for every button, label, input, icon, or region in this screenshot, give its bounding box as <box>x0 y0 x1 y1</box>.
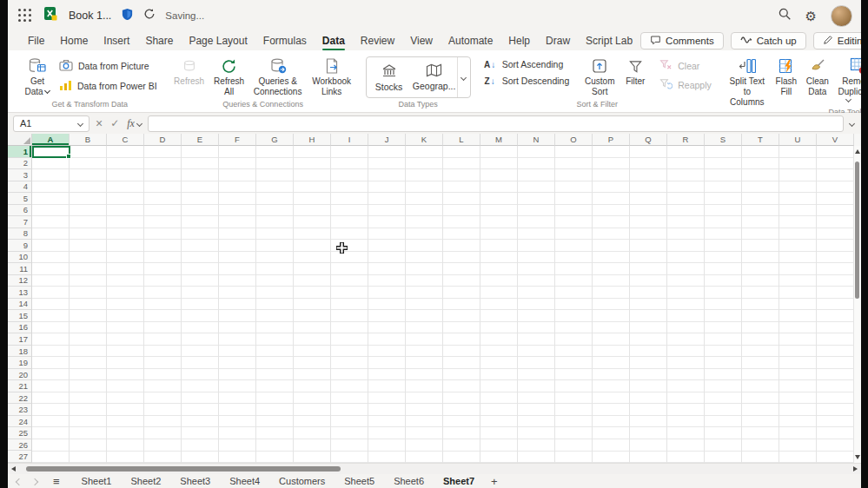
horizontal-scrollbar[interactable] <box>8 463 861 474</box>
menu-tab[interactable]: View <box>402 32 441 49</box>
queries-and-connections-button[interactable]: Queries & Connections <box>249 55 307 98</box>
sheet-tab[interactable]: Customers <box>269 476 335 486</box>
column-header[interactable]: K <box>406 134 443 146</box>
column-header[interactable]: A <box>32 134 70 146</box>
row-header[interactable]: 8 <box>8 228 32 241</box>
row-header[interactable]: 17 <box>8 333 32 346</box>
column-header[interactable]: O <box>555 134 593 146</box>
ribbon-collapse-button[interactable] <box>846 91 851 107</box>
column-header[interactable]: R <box>667 134 705 146</box>
row-header[interactable]: 12 <box>8 275 32 287</box>
data-types-gallery-dropdown[interactable] <box>457 57 470 97</box>
clean-data-button[interactable]: Clean Data <box>802 55 833 98</box>
column-header[interactable]: I <box>331 134 368 146</box>
menu-tab[interactable]: File <box>20 32 52 49</box>
row-header[interactable]: 26 <box>8 439 32 452</box>
row-header[interactable]: 10 <box>8 252 32 264</box>
column-header[interactable]: S <box>705 134 742 146</box>
row-header[interactable]: 20 <box>8 369 32 381</box>
sheet-tab[interactable]: Sheet6 <box>384 476 434 486</box>
add-sheet-button[interactable]: + <box>484 475 505 488</box>
filter-button[interactable]: Filter <box>620 55 651 88</box>
menu-tab[interactable]: Insert <box>96 32 137 49</box>
sort-ascending-button[interactable]: A↓ Sort Ascending <box>480 58 573 70</box>
row-header[interactable]: 24 <box>8 416 32 428</box>
menu-tab[interactable]: Script Lab <box>578 32 640 49</box>
sheet-tab[interactable]: Sheet1 <box>72 476 122 486</box>
row-header[interactable]: 2 <box>8 158 32 170</box>
flash-fill-button[interactable]: Flash Fill <box>771 55 802 98</box>
editing-mode-button[interactable]: Editing <box>813 32 868 49</box>
menu-tab[interactable]: Automate <box>441 32 500 49</box>
workbook-links-button[interactable]: Workbook Links <box>307 55 357 98</box>
get-data-button[interactable]: GetData <box>19 55 56 98</box>
column-header[interactable]: J <box>368 134 406 146</box>
custom-sort-button[interactable]: Custom Sort <box>580 55 620 98</box>
scroll-left-arrow-icon[interactable] <box>11 466 16 472</box>
column-header[interactable]: Q <box>630 134 667 146</box>
data-from-power-bi-button[interactable]: Data from Power BI <box>56 78 161 94</box>
column-header[interactable]: T <box>742 134 779 146</box>
menu-tab[interactable]: Home <box>52 32 96 49</box>
stocks-button[interactable]: Stocks <box>367 57 412 97</box>
row-header[interactable]: 7 <box>8 216 32 228</box>
menu-tab[interactable]: Draw <box>538 32 578 49</box>
scroll-right-arrow-icon[interactable] <box>853 466 858 472</box>
sheet-tab[interactable]: Sheet2 <box>121 476 170 486</box>
row-header[interactable]: 25 <box>8 427 32 439</box>
row-header[interactable]: 6 <box>8 205 32 217</box>
row-header[interactable]: 21 <box>8 380 32 392</box>
document-title[interactable]: Book 1... <box>69 10 111 22</box>
row-header[interactable]: 1 <box>8 146 32 158</box>
select-all-corner[interactable] <box>8 134 32 146</box>
column-header[interactable]: H <box>294 134 331 146</box>
cells-area[interactable] <box>32 146 854 463</box>
vertical-scrollbar[interactable] <box>854 146 861 463</box>
column-header[interactable]: M <box>480 134 518 146</box>
vertical-scroll-thumb[interactable] <box>855 162 859 299</box>
settings-button[interactable]: ⚙ <box>805 10 817 23</box>
row-header[interactable]: 13 <box>8 287 32 299</box>
geography-button[interactable]: Geograp... <box>412 57 457 97</box>
menu-tab[interactable]: Share <box>137 32 181 49</box>
refresh-all-button[interactable]: Refresh All <box>209 55 249 98</box>
column-header[interactable]: F <box>219 134 256 146</box>
column-header[interactable]: U <box>779 134 817 146</box>
split-text-to-columns-button[interactable]: Split Text to Columns <box>724 55 771 108</box>
row-header[interactable]: 15 <box>8 310 32 322</box>
row-header[interactable]: 22 <box>8 392 32 405</box>
column-header[interactable]: N <box>518 134 555 146</box>
column-header[interactable]: B <box>70 134 107 146</box>
row-header[interactable]: 23 <box>8 404 32 416</box>
menu-tab[interactable]: Help <box>500 32 538 49</box>
menu-tab[interactable]: Formulas <box>255 32 315 49</box>
column-header[interactable]: L <box>443 134 480 146</box>
sheet-tab[interactable]: Sheet7 <box>434 476 484 486</box>
column-header[interactable]: E <box>182 134 219 146</box>
comments-button[interactable]: Comments <box>640 32 724 49</box>
account-avatar[interactable] <box>831 5 852 27</box>
row-header[interactable]: 16 <box>8 322 32 334</box>
insert-function-button[interactable]: fx <box>127 117 142 130</box>
menu-tab[interactable]: Data <box>315 32 353 49</box>
data-from-picture-button[interactable]: Data from Picture <box>56 58 161 74</box>
name-box[interactable]: A1 <box>13 115 89 132</box>
row-header[interactable]: 11 <box>8 263 32 275</box>
formula-bar-expand-button[interactable] <box>850 115 854 131</box>
menu-tab[interactable]: Review <box>353 32 402 49</box>
row-header[interactable]: 19 <box>8 357 32 369</box>
column-header[interactable]: C <box>107 134 144 146</box>
sensitivity-shield-icon[interactable] <box>121 8 134 24</box>
row-header[interactable]: 3 <box>8 169 32 181</box>
app-launcher-button[interactable] <box>18 9 32 23</box>
column-header[interactable]: G <box>256 134 294 146</box>
formula-input[interactable] <box>148 115 844 132</box>
sort-descending-button[interactable]: Z↓ Sort Descending <box>480 75 573 87</box>
column-header[interactable]: D <box>144 134 182 146</box>
scroll-up-arrow-icon[interactable] <box>855 149 860 154</box>
scroll-down-arrow-icon[interactable] <box>855 455 860 459</box>
row-header[interactable]: 9 <box>8 240 32 252</box>
sheet-tab[interactable]: Sheet3 <box>170 476 220 486</box>
column-header[interactable]: P <box>593 134 630 146</box>
row-header[interactable]: 4 <box>8 181 32 194</box>
